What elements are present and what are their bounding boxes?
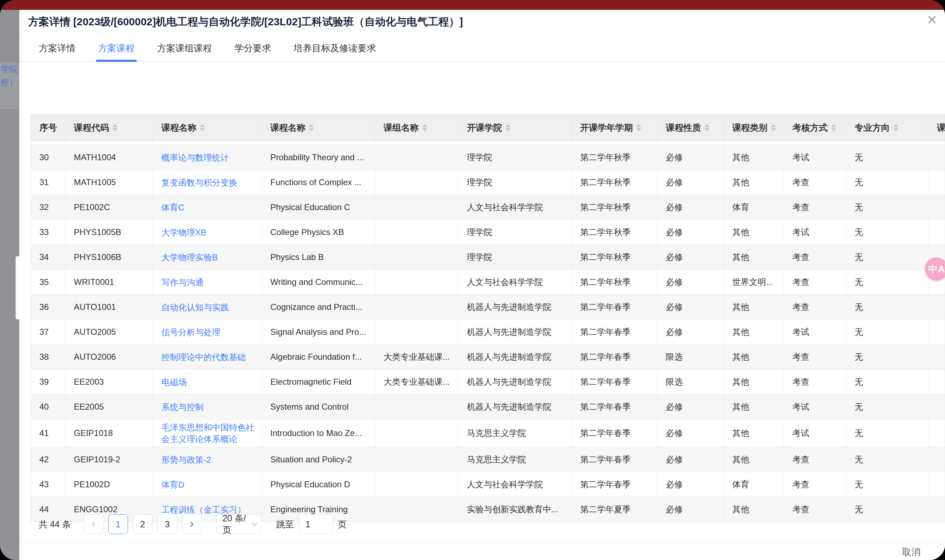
cell-college: 马克思主义学院 [458, 447, 572, 472]
column-header-10[interactable]: 专业方向 [846, 114, 928, 141]
sort-carets-icon[interactable] [636, 124, 641, 131]
tab-4[interactable]: 培养目标及修读要求 [294, 35, 376, 61]
cell-name_cn[interactable]: 信号分析与处理 [153, 320, 262, 344]
column-header-1[interactable]: 课程代码 [65, 114, 153, 141]
cell-group [375, 270, 458, 294]
cell-group: 大类专业基础课... [375, 369, 458, 394]
cell-name_cn[interactable]: 大学物理XB [153, 220, 262, 245]
cancel-button[interactable]: 取消 [902, 546, 920, 558]
table-row-31: 31MATH1005复变函数与积分变换Functions of Complex … [31, 170, 945, 195]
column-header-3[interactable]: 课程名称 [262, 114, 375, 141]
cell-name_cn[interactable]: 系统与控制 [153, 395, 262, 419]
partial-scrolled-row [31, 141, 945, 145]
column-header-8[interactable]: 课程类别 [724, 114, 784, 141]
page-button-2[interactable]: 2 [133, 514, 153, 534]
table-row-38: 38AUTO2006控制理论中的代数基础Algebraic Foundation… [31, 345, 945, 369]
cell-name_cn[interactable]: 电磁场 [153, 369, 262, 394]
cell-nature: 必修 [657, 472, 724, 497]
table-row-36: 36AUTO1001自动化认知与实践Cognizance and Practi.… [31, 295, 945, 320]
cell-name_cn[interactable]: 写作与沟通 [153, 270, 262, 294]
cell-group: 大类专业基础课... [375, 345, 458, 369]
cell-term: 第二学年春季 [572, 345, 657, 369]
cell-code: AUTO2006 [65, 345, 153, 369]
page-button-3[interactable]: 3 [157, 514, 177, 534]
cell-overflow [928, 420, 945, 447]
column-header-9[interactable]: 考核方式 [784, 114, 846, 141]
column-label: 课程性质 [666, 122, 701, 134]
background-text-line: 学院 [0, 63, 19, 76]
cell-nature: 必修 [657, 145, 724, 170]
cell-name_en: College Physics XB [262, 220, 375, 245]
cell-name_cn[interactable]: 体育C [153, 195, 262, 220]
cell-no: 40 [31, 395, 65, 419]
dimmed-background-page: 学院 程） [0, 10, 19, 560]
cell-term: 第二学年秋季 [572, 245, 657, 269]
cell-name_cn[interactable]: 体育D [153, 472, 262, 497]
sort-carets-icon[interactable] [422, 124, 427, 131]
tab-0[interactable]: 方案详情 [39, 35, 76, 61]
next-page-button[interactable]: › [182, 514, 202, 534]
column-header-5[interactable]: 开课学院 [458, 114, 572, 141]
cell-direction: 无 [846, 245, 928, 269]
cell-direction: 无 [846, 170, 928, 195]
cell-name_cn[interactable]: 概率论与数理统计 [153, 145, 262, 170]
cell-group [375, 420, 458, 447]
sort-carets-icon[interactable] [705, 124, 709, 131]
column-header-7[interactable]: 课程性质 [657, 114, 724, 141]
cell-assess: 考查 [784, 295, 846, 319]
cell-direction: 无 [846, 320, 928, 344]
cell-college: 机器人与先进制造学院 [458, 395, 572, 419]
cell-nature: 必修 [657, 395, 724, 419]
cell-name_cn[interactable]: 复变函数与积分变换 [153, 170, 262, 195]
language-toggle-badge[interactable]: 中A [925, 257, 945, 281]
cell-name_cn[interactable]: 大学物理实验B [153, 245, 262, 269]
sort-carets-icon[interactable] [831, 124, 836, 131]
cell-nature: 必修 [657, 497, 724, 522]
cell-no: 33 [31, 220, 65, 245]
cell-group [375, 497, 458, 522]
page-button-1[interactable]: 1 [108, 514, 128, 534]
cell-category: 其他 [724, 145, 784, 170]
table-cell [375, 141, 458, 145]
column-header-4[interactable]: 课组名称 [375, 114, 458, 141]
cell-name_en: Signal Analysis and Pro... [262, 320, 375, 344]
page-size-select[interactable]: 20 条/页 [217, 514, 262, 534]
sort-carets-icon[interactable] [506, 124, 510, 131]
cell-name_cn[interactable]: 毛泽东思想和中国特色社会主义理论体系概论 [153, 420, 262, 447]
column-header-6[interactable]: 开课学年学期 [572, 114, 657, 141]
tab-1[interactable]: 方案课程 [98, 35, 135, 61]
cell-assess: 考试 [784, 220, 846, 245]
cell-name_cn[interactable]: 控制理论中的代数基础 [153, 345, 262, 369]
cell-college: 理学院 [458, 170, 572, 195]
cell-assess: 考查 [784, 497, 846, 522]
cell-college: 机器人与先进制造学院 [458, 320, 572, 344]
cell-name_en: Physical Education D [262, 472, 375, 497]
cell-term: 第二学年秋季 [572, 270, 657, 294]
cell-no: 34 [31, 245, 65, 269]
cell-group [375, 145, 458, 170]
cell-code: GEIP1018 [65, 420, 153, 447]
table-row-39: 39EE2003电磁场Electromagnetic Field大类专业基础课.… [31, 369, 945, 395]
cell-term: 第二学年秋季 [572, 145, 657, 170]
tab-2[interactable]: 方案课组课程 [157, 35, 212, 61]
modal-header: 方案详情 [2023级/[600002]机电工程与自动化学院/[23L02]工科… [19, 10, 945, 35]
close-icon[interactable]: ✕ [927, 13, 937, 27]
cell-name_cn[interactable]: 自动化认知与实践 [153, 295, 262, 319]
sort-carets-icon[interactable] [893, 124, 898, 131]
cell-code: PE1002D [65, 472, 153, 497]
sort-carets-icon[interactable] [200, 124, 205, 131]
cell-name_cn[interactable]: 形势与政策-2 [153, 447, 262, 472]
cell-code: EE2003 [65, 369, 153, 394]
sort-carets-icon[interactable] [113, 124, 117, 131]
sort-carets-icon[interactable] [309, 124, 314, 131]
column-header-2[interactable]: 课程名称 [153, 114, 262, 141]
table-row-33: 33PHYS1005B大学物理XBCollege Physics XB理学院第二… [31, 220, 945, 245]
cell-category: 其他 [724, 420, 784, 447]
prev-page-button[interactable]: ‹ [84, 514, 103, 534]
sort-carets-icon[interactable] [771, 124, 776, 131]
tab-3[interactable]: 学分要求 [234, 35, 271, 61]
jump-page-input[interactable] [299, 514, 333, 534]
cell-no: 42 [31, 447, 65, 472]
cell-assess: 考查 [784, 345, 846, 369]
cell-group [375, 170, 458, 195]
